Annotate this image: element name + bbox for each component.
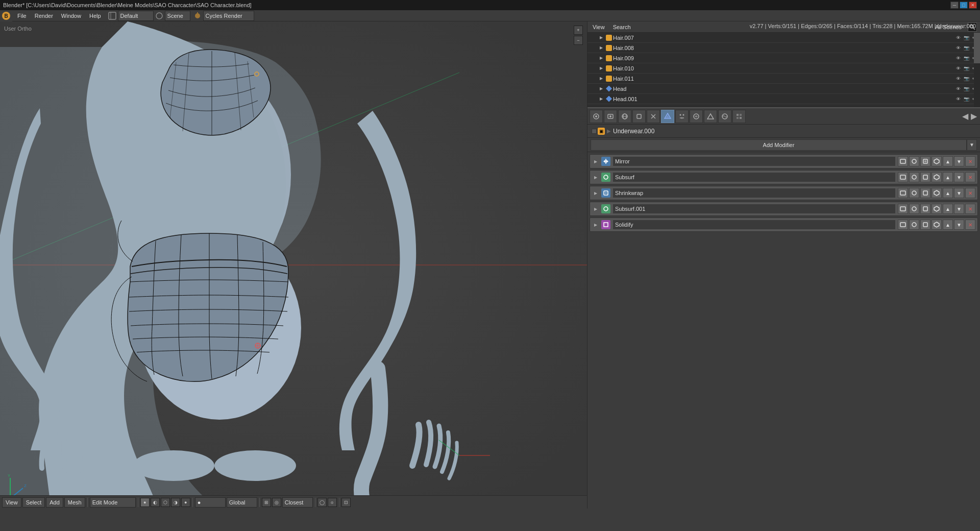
outliner-scrollbar-thumb[interactable]	[974, 33, 980, 63]
material-shading-btn[interactable]: ◑	[171, 498, 180, 507]
modifier-render-btn[interactable]	[898, 204, 908, 214]
modifier-delete-btn[interactable]: ✕	[965, 188, 975, 198]
modifier-realtime-btn[interactable]	[909, 172, 919, 182]
visibility-icon[interactable]: 👁	[954, 65, 962, 72]
render-icon[interactable]: 📷	[963, 44, 970, 52]
props-physics-icon-btn[interactable]	[690, 110, 703, 123]
modifier-cage-btn[interactable]	[932, 188, 942, 198]
props-scene-icon-btn[interactable]	[590, 110, 603, 123]
view-menu-button[interactable]: View	[2, 497, 21, 508]
modifier-edit-btn[interactable]	[920, 204, 930, 214]
snap-target-dropdown[interactable]: Closest	[282, 497, 313, 508]
props-particles-icon-btn[interactable]	[675, 110, 689, 123]
mode-dropdown[interactable]: Edit Mode	[90, 497, 136, 508]
modifier-delete-btn[interactable]: ✕	[965, 220, 975, 230]
modifier-render-btn[interactable]	[898, 220, 908, 230]
visibility-icon[interactable]: 👁	[954, 85, 962, 92]
modifier-shrinkwrap-header[interactable]: ▶	[590, 186, 977, 200]
visibility-icon[interactable]: 👁	[954, 55, 962, 62]
props-history-btn[interactable]	[592, 129, 597, 134]
modifier-cage-btn[interactable]	[932, 172, 942, 182]
props-texture-icon-btn[interactable]	[732, 110, 746, 123]
props-material-icon-btn[interactable]	[718, 110, 731, 123]
zoom-in-button[interactable]: +	[574, 26, 583, 35]
outliner-item[interactable]: ▶ Hair.009 👁 📷 ✏	[587, 53, 980, 63]
render-icon[interactable]: 📷	[963, 85, 970, 92]
solid-shading-btn[interactable]: ●	[140, 498, 150, 507]
render-icon[interactable]: 📷	[963, 65, 970, 72]
outliner-item[interactable]: ▶ Head 👁 📷 ✏	[587, 84, 980, 94]
modifier-down-btn[interactable]: ▼	[954, 172, 964, 182]
modifier-subsurf-001-header[interactable]: ▶	[590, 202, 977, 215]
modifier-cage-btn[interactable]	[932, 220, 942, 230]
render-menu[interactable]: Render	[31, 10, 57, 21]
outliner-view-btn[interactable]: View	[591, 23, 607, 31]
close-button[interactable]: ✕	[969, 2, 977, 9]
proportional-falloff-btn[interactable]: ⌾	[328, 498, 337, 507]
add-modifier-dropdown-btn[interactable]: ▼	[967, 139, 977, 151]
modifier-render-btn[interactable]	[898, 188, 908, 198]
modifier-render-btn[interactable]	[898, 172, 908, 182]
proportional-edit-btn[interactable]: ◯	[317, 498, 327, 507]
outliner-search-btn[interactable]: Search	[611, 23, 633, 31]
help-menu[interactable]: Help	[85, 10, 105, 21]
modifier-solidify-header[interactable]: ▶	[590, 218, 977, 231]
modifier-edit-btn[interactable]	[920, 156, 930, 166]
modifier-delete-btn[interactable]: ✕	[965, 156, 975, 166]
props-data-icon-btn[interactable]	[704, 110, 717, 123]
outliner-item[interactable]: ▶ Hair.011 👁 📷 ✏	[587, 74, 980, 84]
wire-shading-btn[interactable]: ◐	[151, 498, 160, 507]
modifier-up-btn[interactable]: ▲	[943, 156, 953, 166]
modifier-up-btn[interactable]: ▲	[943, 172, 953, 182]
modifier-shrinkwrap-name[interactable]	[612, 188, 896, 198]
modifier-mirror-name[interactable]	[612, 156, 896, 166]
modifier-cage-btn[interactable]	[932, 156, 942, 166]
modifier-expand-arrow[interactable]: ▶	[592, 221, 599, 228]
scene-selector[interactable]: Scene	[165, 11, 190, 21]
modifier-expand-arrow[interactable]: ▶	[592, 174, 599, 181]
visibility-icon[interactable]: 👁	[954, 95, 962, 103]
render-engine-selector[interactable]: Cycles Render	[203, 11, 254, 21]
expand-arrow[interactable]: ▶	[598, 44, 605, 52]
window-menu[interactable]: Window	[57, 10, 85, 21]
modifier-down-btn[interactable]: ▼	[954, 156, 964, 166]
expand-arrow[interactable]: ▶	[598, 95, 605, 103]
expand-arrow[interactable]: ▶	[598, 34, 605, 41]
expand-arrow[interactable]: ▶	[598, 85, 605, 92]
visibility-icon[interactable]: 👁	[954, 75, 962, 82]
modifier-expand-arrow[interactable]: ▶	[592, 158, 599, 165]
visibility-icon[interactable]: 👁	[954, 44, 962, 52]
outliner-scrollbar[interactable]	[974, 33, 980, 107]
select-menu-button[interactable]: Select	[22, 497, 45, 508]
modifier-render-btn[interactable]	[898, 156, 908, 166]
modifier-cage-btn[interactable]	[932, 204, 942, 214]
file-menu[interactable]: File	[13, 10, 31, 21]
modifier-subsurf-header[interactable]: ▶	[590, 171, 977, 184]
outliner-item[interactable]: ▶ Hair.008 👁 📷 ✏	[587, 43, 980, 53]
outliner-item[interactable]: ▶ Hair.007 👁 📷 ✏	[587, 33, 980, 43]
props-object-icon-btn[interactable]	[632, 110, 646, 123]
modifier-subsurf-001-name[interactable]	[612, 204, 896, 214]
props-render-icon-btn[interactable]	[604, 110, 617, 123]
snap-toggle-btn[interactable]: ⊞	[262, 498, 271, 507]
modifier-edit-btn[interactable]	[920, 220, 930, 230]
blender-logo[interactable]: B	[0, 10, 12, 21]
snap-element-btn[interactable]: ◎	[272, 498, 281, 507]
render-icon[interactable]: 📷	[963, 34, 970, 41]
props-constraints-icon-btn[interactable]	[647, 110, 660, 123]
modifier-edit-btn[interactable]	[920, 188, 930, 198]
modifier-realtime-btn[interactable]	[909, 156, 919, 166]
modifier-solidify-name[interactable]	[612, 220, 896, 230]
zoom-out-button[interactable]: −	[574, 36, 583, 45]
expand-arrow[interactable]: ▶	[598, 55, 605, 62]
modifier-down-btn[interactable]: ▼	[954, 204, 964, 214]
modifier-subsurf-name[interactable]	[612, 172, 896, 182]
modifier-realtime-btn[interactable]	[909, 220, 919, 230]
transform-space-dropdown[interactable]: Global	[227, 497, 257, 508]
viewport[interactable]: User Ortho + − X Y Z (2) Underwear000 Vi…	[0, 21, 587, 509]
render-icon[interactable]: 📷	[963, 55, 970, 62]
outliner-item[interactable]: ▶ Head.001 👁 📷 ✏	[587, 94, 980, 104]
mesh-menu-button[interactable]: Mesh	[64, 497, 85, 508]
viewport-canvas[interactable]: User Ortho + − X Y Z (2) Underwear000	[0, 21, 587, 509]
modifier-delete-btn[interactable]: ✕	[965, 204, 975, 214]
